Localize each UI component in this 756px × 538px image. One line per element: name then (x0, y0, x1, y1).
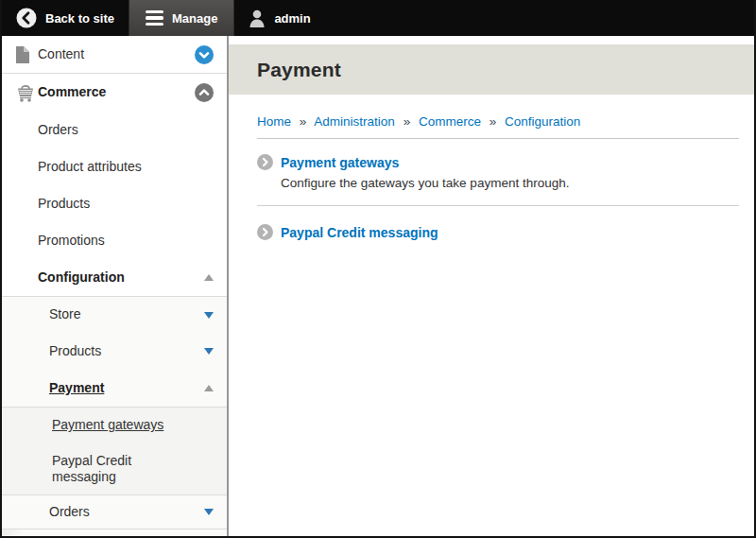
back-circle-icon (16, 8, 37, 28)
sidebar-item-label: Configuration (38, 269, 197, 286)
browser-viewport: Back to site Manage admin (0, 0, 756, 538)
cart-icon (15, 83, 38, 102)
sidebar-item-label: Content (38, 46, 187, 63)
hamburger-icon (146, 10, 163, 26)
sidebar-item-label: Products (38, 196, 214, 213)
file-icon (15, 46, 38, 63)
breadcrumb-separator: » (300, 114, 307, 129)
sidebar-item-content[interactable]: Content (2, 36, 227, 74)
sidebar-item-products[interactable]: Products (2, 185, 227, 222)
sidebar-item-commerce[interactable]: Commerce (2, 74, 227, 112)
sidebar-item-promotions[interactable]: Promotions (2, 222, 227, 259)
sidebar-item-payment-gateways[interactable]: Payment gateways (2, 407, 227, 443)
sidebar-item-label: Paypal Credit messaging (52, 453, 194, 486)
sidebar-item-paypal-credit-messaging[interactable]: Paypal Credit messaging (2, 443, 227, 495)
page-title: Payment (257, 59, 341, 81)
page-header: Payment (229, 44, 754, 95)
breadcrumb-separator: » (490, 114, 497, 129)
sidebar-item-label: Promotions (38, 233, 214, 250)
paypal-credit-messaging-link[interactable]: Paypal Credit messaging (281, 225, 438, 240)
breadcrumb-link-administration[interactable]: Administration (314, 114, 395, 129)
sidebar-item-label: Product attributes (38, 159, 214, 176)
sidebar-item-label: Orders (49, 504, 197, 521)
sidebar-item-payment[interactable]: Payment (2, 370, 227, 407)
triangle-up-icon[interactable] (204, 274, 214, 281)
breadcrumb-divider (257, 138, 739, 139)
main-content: Payment Home » Administration » Commerce… (229, 36, 754, 536)
sidebar-item-product-attributes[interactable]: Product attributes (2, 148, 227, 185)
chevron-right-circle-icon (257, 224, 273, 240)
breadcrumb-link-configuration[interactable]: Configuration (505, 114, 580, 129)
admin-block-payment-gateways: Payment gateways Configure the gateways … (257, 154, 739, 190)
user-icon (249, 9, 266, 27)
triangle-down-icon[interactable] (204, 509, 214, 515)
admin-toolbar: Back to site Manage admin (2, 0, 754, 36)
chevron-up-circle-icon[interactable] (195, 83, 214, 102)
payment-gateways-description: Configure the gateways you take payment … (281, 176, 739, 190)
payment-gateways-link[interactable]: Payment gateways (281, 155, 399, 170)
chevron-right-circle-icon (257, 154, 273, 170)
admin-menu-sidebar: Content (2, 36, 229, 536)
sidebar-item-label: Orders (38, 122, 214, 139)
sidebar-item-label: Store (49, 306, 197, 323)
sidebar-item-orders-config[interactable]: Orders (2, 495, 227, 529)
breadcrumb-link-home[interactable]: Home (257, 114, 291, 129)
admin-username: admin (274, 11, 310, 26)
sidebar-item-orders[interactable]: Orders (2, 112, 227, 148)
item-divider (257, 205, 739, 206)
admin-user-tab[interactable]: admin (234, 0, 324, 36)
triangle-down-icon[interactable] (204, 348, 214, 355)
sidebar-item-label: Payment gateways (52, 417, 214, 434)
admin-block-paypal-credit: Paypal Credit messaging (257, 224, 739, 240)
manage-label: Manage (172, 11, 217, 26)
sidebar-item-label: Payment (49, 380, 197, 397)
breadcrumb-separator: » (404, 114, 411, 129)
sidebar-item-label: Commerce (38, 84, 187, 101)
chevron-down-circle-icon[interactable] (195, 45, 214, 64)
breadcrumb-link-commerce[interactable]: Commerce (419, 114, 481, 129)
back-to-site-tab[interactable]: Back to site (2, 0, 129, 36)
breadcrumb: Home » Administration » Commerce » Confi… (257, 114, 739, 129)
triangle-up-icon[interactable] (204, 385, 214, 391)
sidebar-item-store[interactable]: Store (2, 296, 227, 333)
back-to-site-label: Back to site (45, 11, 114, 26)
manage-tab[interactable]: Manage (129, 0, 234, 36)
triangle-down-icon[interactable] (204, 312, 214, 319)
sidebar-item-configuration[interactable]: Configuration (2, 259, 227, 296)
sidebar-item-products-config[interactable]: Products (2, 333, 227, 370)
sidebar-item-label: Products (49, 343, 197, 360)
